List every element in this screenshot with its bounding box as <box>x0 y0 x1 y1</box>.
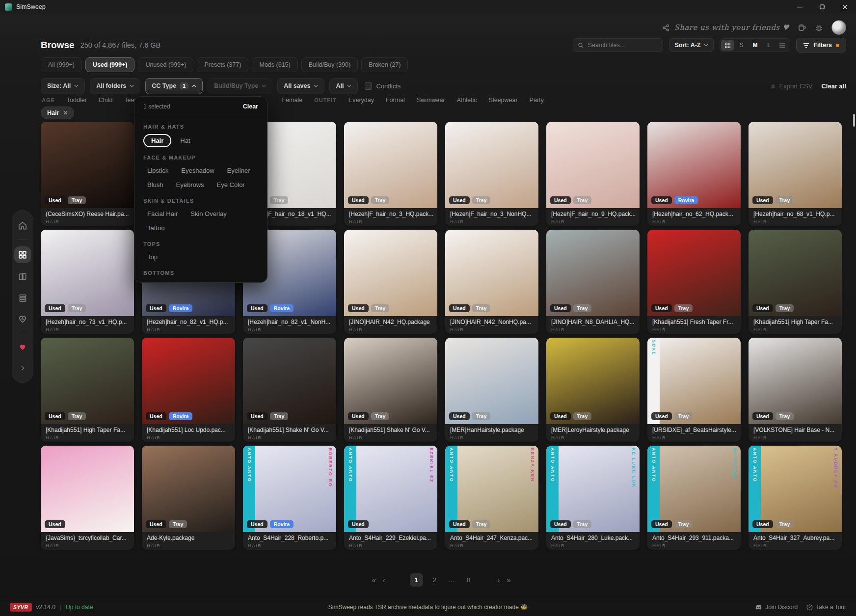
clear-all-button[interactable]: Clear all <box>821 82 846 90</box>
cc-card[interactable]: UsedTray [JINO]HAIR_N42_NonHQ.pa... HAIR <box>445 230 538 334</box>
size-small-button[interactable]: S <box>735 40 748 51</box>
remove-chip-icon[interactable]: ✕ <box>63 109 68 116</box>
outfit-filter-item[interactable]: Formal <box>386 97 405 104</box>
cc-card[interactable]: UsedRovira [Khadijah551] Loc Updo.pac...… <box>142 338 235 442</box>
cc-type-option[interactable]: Eye Color <box>213 179 249 190</box>
take-tour-link[interactable]: Take a Tour <box>806 604 846 611</box>
page-button-2[interactable]: 2 <box>430 575 439 585</box>
sidebar-item-book[interactable] <box>15 269 30 284</box>
bug-report-icon[interactable] <box>815 24 823 32</box>
cc-card[interactable]: UsedTray [Hezeh]hair_no_73_v1_HQ.p... HA… <box>41 230 134 334</box>
cc-card[interactable]: UsedTray [Khadijah551] Fresh Taper Fr...… <box>647 230 741 334</box>
cc-type-option[interactable]: Tattoo <box>143 222 168 234</box>
conflicts-toggle[interactable]: Conflicts <box>365 82 401 90</box>
cc-type-option[interactable]: Hat <box>176 135 194 146</box>
cc-type-option[interactable]: Skin Overlay <box>187 208 231 219</box>
cc-card[interactable]: UsedTray [Khadijah551] Shake N' Go V... … <box>243 338 336 442</box>
outfit-filter-item[interactable]: Athletic <box>457 97 477 104</box>
sidebar-item-heart-red[interactable] <box>15 340 30 354</box>
cc-card[interactable]: UsedTray [JINO]HAIR_N42_HQ.package HAIR <box>344 230 437 334</box>
cc-card[interactable]: UsedTray [MER]LeroyHairstyle.package HAI… <box>546 338 640 442</box>
active-filter-chip[interactable]: Hair ✕ <box>41 107 74 119</box>
conflicts-checkbox[interactable] <box>365 82 372 90</box>
gender-filter-female[interactable]: Female <box>282 97 302 104</box>
tab-2[interactable]: Unused (999+) <box>138 57 193 72</box>
buildbuy-type-filter-dropdown[interactable]: Build/Buy Type <box>208 78 272 94</box>
cc-card[interactable]: UsedTray [Hezeh]F_hair_no_9_HQ.pack... H… <box>546 122 640 226</box>
close-button[interactable] <box>833 0 856 14</box>
cc-type-option[interactable]: Blush <box>143 179 167 190</box>
grid-view-button[interactable] <box>721 40 734 51</box>
cc-card[interactable]: UsedRovira [Hezeh]hair_no_62_HQ.pack... … <box>647 122 741 226</box>
minimize-button[interactable] <box>788 0 811 14</box>
search-input[interactable] <box>588 42 658 49</box>
tab-1[interactable]: Used (999+) <box>85 57 135 72</box>
filters-button[interactable]: Filters <box>796 38 846 53</box>
cc-card[interactable]: ANTO ANTOEZEKIEL EZ Used Anto_S4Hair_229… <box>344 446 437 550</box>
cc-card[interactable]: UsedTray [Khadijah551] High Taper Fa... … <box>41 338 134 442</box>
first-page-button[interactable]: « <box>372 576 376 584</box>
age-filter-item[interactable]: Toddler <box>67 97 87 104</box>
cc-card[interactable]: UsedTray [Khadijah551] Shake N' Go V... … <box>344 338 437 442</box>
cc-card[interactable]: SDXE UsedTray [URSIDXE]_af_BeatsHairstyl… <box>647 338 741 442</box>
cc-type-option[interactable]: Facial Hair <box>143 208 182 219</box>
tab-6[interactable]: Broken (27) <box>361 57 408 72</box>
sidebar-item-grid[interactable] <box>14 246 31 263</box>
cc-card[interactable]: UsedTray [Hezeh]F_hair_no_3_NonHQ... HAI… <box>445 122 538 226</box>
cc-type-option[interactable]: Eyeshadow <box>177 165 218 176</box>
cc-type-option[interactable]: Eyebrows <box>172 179 208 190</box>
sort-dropdown[interactable]: Sort: A-Z <box>669 38 714 52</box>
cc-card[interactable]: ANTO ANTOKE LUKE LUK UsedTray Anto_S4Hai… <box>546 446 640 550</box>
join-discord-link[interactable]: Join Discord <box>755 604 798 611</box>
cc-card[interactable]: ANTO ANTOROBERTO RO UsedRovira Anto_S4Ha… <box>243 446 336 550</box>
cc-card[interactable]: UsedTray [Khadijah551] High Taper Fa... … <box>749 230 842 334</box>
cc-type-filter-dropdown[interactable]: CC Type 1 <box>145 78 203 94</box>
last-page-button[interactable]: » <box>507 576 510 584</box>
cc-type-option[interactable]: Top <box>143 251 161 263</box>
page-button-1[interactable]: 1 <box>410 573 423 587</box>
user-avatar[interactable] <box>831 20 846 35</box>
cc-card[interactable]: UsedTray [JINO]HAIR_N8_DAHLIA_HQ... HAIR <box>546 230 640 334</box>
outfit-filter-item[interactable]: Party <box>530 97 544 104</box>
age-filter-item[interactable]: Child <box>99 97 113 104</box>
cc-card[interactable]: UsedTray (CeceSimsXO) Reese Hair.pa... H… <box>41 122 134 226</box>
scrollbar-thumb[interactable] <box>853 114 855 127</box>
page-button-...[interactable]: ... <box>446 575 456 585</box>
coffee-donate-icon[interactable] <box>798 23 806 32</box>
next-page-button[interactable]: › <box>497 576 500 584</box>
size-filter-dropdown[interactable]: Size: All <box>41 78 85 94</box>
outfit-filter-item[interactable]: Sleepwear <box>489 97 518 104</box>
cc-type-option[interactable]: Bottom <box>143 280 171 283</box>
cc-card[interactable]: Used {JavaSims}_tsrcyficollab_Car... HAI… <box>41 446 134 550</box>
page-button-8[interactable]: 8 <box>464 575 473 585</box>
cc-card[interactable]: UsedTray [VOLKSTONE] Hair Base - N... HA… <box>749 338 842 442</box>
saves-filter-dropdown[interactable]: All saves <box>277 78 324 94</box>
tab-0[interactable]: All (999+) <box>41 57 82 72</box>
share-link[interactable]: Share us with your friends ♥ <box>662 23 789 32</box>
prev-page-button[interactable]: ‹ <box>383 576 385 584</box>
tab-5[interactable]: Build/Buy (390) <box>301 57 358 72</box>
cc-card[interactable]: UsedTray [Hezeh]F_hair_no_3_HQ.pack... H… <box>344 122 437 226</box>
outfit-filter-item[interactable]: Swimwear <box>417 97 445 104</box>
cc-type-option[interactable]: Hair <box>143 134 171 147</box>
cc-type-option[interactable]: Lipstick <box>143 165 172 176</box>
cc-card[interactable]: ANTO ANTOY AUBREY AU UsedTray Anto_S4Hai… <box>749 446 842 550</box>
cc-card[interactable]: ANTO ANTOOII OII OII UsedTray Anto_S4Hai… <box>647 446 741 550</box>
sidebar-item-home[interactable] <box>15 218 30 233</box>
maximize-button[interactable] <box>811 0 833 14</box>
export-csv-button[interactable]: Export CSV <box>770 82 812 90</box>
cc-type-option[interactable]: Eyeliner <box>223 165 254 176</box>
cc-card[interactable]: UsedTray [Hezeh]hair_no_68_v1_HQ.p... HA… <box>749 122 842 226</box>
size-large-button[interactable]: L <box>762 40 775 51</box>
syvr-logo[interactable]: SYVR <box>10 603 32 612</box>
cc-card[interactable]: ANTO ANTOKENZA KEN UsedTray Anto_S4Hair_… <box>445 446 538 550</box>
size-medium-button[interactable]: M <box>749 40 761 51</box>
cc-card[interactable]: UsedTray Ade-Kyle.package HAIR <box>142 446 235 550</box>
sidebar-item-stack[interactable] <box>15 291 30 305</box>
tab-4[interactable]: Mods (615) <box>252 57 297 72</box>
sidebar-item-heart-pulse[interactable] <box>15 312 30 326</box>
dropdown-clear-button[interactable]: Clear <box>243 103 258 110</box>
sidebar-item-chevron-right[interactable] <box>15 361 30 375</box>
outfit-filter-item[interactable]: Everyday <box>348 97 374 104</box>
folders-filter-dropdown[interactable]: All folders <box>90 78 140 94</box>
